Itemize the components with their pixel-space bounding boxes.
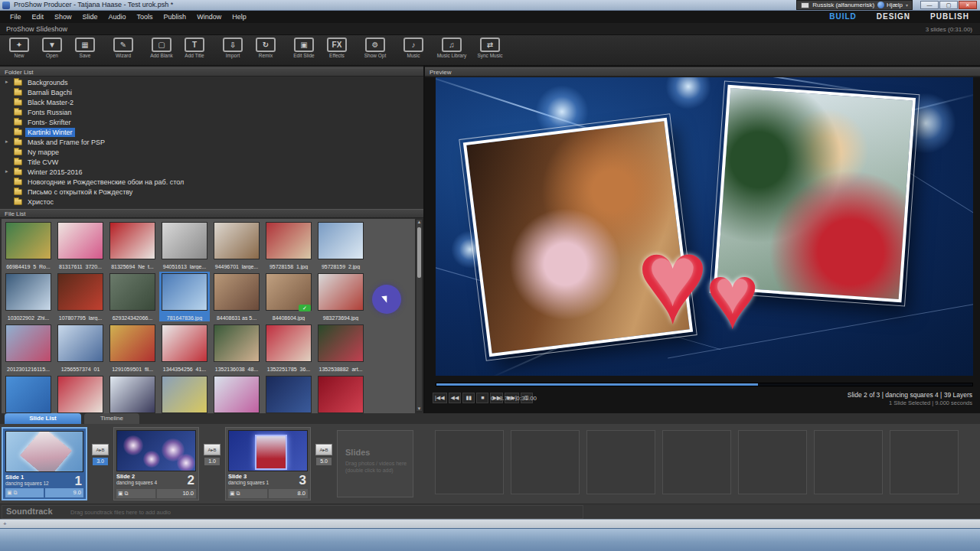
maximize-button[interactable]: ▢ <box>939 1 958 9</box>
folder-item[interactable]: Христос <box>0 197 423 207</box>
toolbar-remix-button[interactable]: ↻Remix <box>250 37 282 58</box>
file-thumbnail-cell[interactable] <box>55 374 106 413</box>
folder-item[interactable]: Fonts- Skrifter <box>0 117 423 127</box>
slide-card-3[interactable]: Slide 3dancing squares 13▣ ⧉8.0 <box>225 427 311 500</box>
transition-1[interactable]: A▸B3.0 <box>90 444 110 465</box>
transition-duration[interactable]: 1.0 <box>204 458 220 465</box>
empty-slide-slot[interactable] <box>662 430 731 494</box>
toolbar-wizard-button[interactable]: ✎Wizard <box>107 37 139 58</box>
scrollbar-thumb[interactable] <box>417 227 421 278</box>
file-thumbnail-cell[interactable] <box>211 374 262 413</box>
menu-item-tools[interactable]: Tools <box>132 11 158 23</box>
tab-slide-list[interactable]: Slide List <box>5 413 81 424</box>
mode-design[interactable]: DESIGN <box>877 11 910 23</box>
toolbar-music-button[interactable]: ♪Music <box>397 37 430 58</box>
file-thumbnail-cell[interactable]: 629324342066... <box>107 272 158 321</box>
folder-item[interactable]: ▸Mask and Frame for PSP <box>0 137 423 147</box>
mode-build[interactable]: BUILD <box>829 11 857 23</box>
language-bar[interactable]: Russisk (alfanumerisk) Hjælp ▾ <box>796 0 913 10</box>
folder-item[interactable]: Title CVW <box>0 157 423 167</box>
transition-3[interactable]: A▸B5.0 <box>314 444 334 465</box>
folder-item[interactable]: Fonts Russian <box>0 107 423 117</box>
file-thumbnail-cell[interactable]: 84408604.jpg✓ <box>263 272 314 321</box>
folder-item[interactable]: Письмо с открыткой к Рождеству <box>0 187 423 197</box>
menu-item-edit[interactable]: Edit <box>27 11 50 23</box>
jump-start-button[interactable]: |◀◀ <box>433 393 447 403</box>
menu-item-publish[interactable]: Publish <box>158 11 192 23</box>
folder-item[interactable]: Barnali Bagchi <box>0 87 423 97</box>
soundtrack-track-area[interactable] <box>0 519 980 528</box>
file-thumbnail-cell[interactable] <box>107 374 158 413</box>
close-button[interactable]: ✕ <box>959 1 977 9</box>
menu-item-help[interactable]: Help <box>227 11 252 23</box>
stop-button[interactable]: ■ <box>476 393 488 403</box>
file-thumbnail-cell[interactable]: 1352251785_36... <box>263 323 314 373</box>
file-thumbnail-cell[interactable]: 95728159_2.jpg <box>315 220 366 270</box>
menu-item-slide[interactable]: Slide <box>77 11 103 23</box>
scroll-up-icon[interactable]: ▲ <box>416 220 422 224</box>
folder-item[interactable]: Videos <box>0 207 423 207</box>
transition-icon[interactable]: A▸B <box>92 444 109 455</box>
toolbar-edit-slide-button[interactable]: ▣Edit Slide <box>288 37 320 58</box>
toolbar-show-opt-button[interactable]: ⚙Show Opt <box>359 37 391 58</box>
expand-arrow-icon[interactable]: ▸ <box>5 79 8 85</box>
file-thumbnail-cell[interactable]: 94496701_large... <box>211 220 262 270</box>
folder-item[interactable]: Новогодние и Рождественские обои на раб.… <box>0 177 423 187</box>
empty-slide-slot[interactable] <box>586 430 655 494</box>
file-thumbnail-cell[interactable]: 1344354256_41... <box>159 323 210 373</box>
tab-timeline[interactable]: Timeline <box>84 413 139 424</box>
folder-item[interactable]: Black Master-2 <box>0 97 423 107</box>
slide-duration[interactable]: 10.0 <box>157 489 196 498</box>
folder-item[interactable]: Ny mappe <box>0 147 423 157</box>
transition-duration[interactable]: 3.0 <box>93 458 108 465</box>
transition-icon[interactable]: A▸B <box>204 444 220 455</box>
file-thumbnail-cell[interactable]: 84408631 as 5... <box>211 272 262 321</box>
file-thumbnail-cell[interactable]: 1352538882_art... <box>315 323 366 373</box>
transition-duration[interactable]: 5.0 <box>316 458 332 465</box>
help-chip[interactable]: Hjælp <box>877 2 903 8</box>
soundtrack-add-icon[interactable]: + <box>3 520 7 527</box>
transition-icon[interactable]: A▸B <box>315 444 332 455</box>
file-thumbnail-cell[interactable] <box>315 374 366 413</box>
langbar-dropdown-icon[interactable]: ▾ <box>906 2 908 8</box>
empty-slides-placeholder[interactable]: SlidesDrag photos / videos here(double c… <box>337 430 413 497</box>
expand-arrow-icon[interactable]: ▸ <box>5 168 8 174</box>
empty-slide-slot[interactable] <box>890 430 959 494</box>
minimize-button[interactable]: — <box>920 1 939 9</box>
toolbar-import-button[interactable]: ⇩Import <box>217 37 249 58</box>
toolbar-new-button[interactable]: ✦New <box>3 37 35 58</box>
file-thumbnail-cell[interactable]: 95728158_1.jpg <box>263 220 314 270</box>
file-thumbnail-cell[interactable]: 81317611_3720... <box>55 220 106 270</box>
file-thumbnail-cell[interactable] <box>159 374 210 413</box>
file-thumbnail-cell[interactable]: 983273694.jpg <box>315 272 366 321</box>
menu-item-audio[interactable]: Audio <box>103 11 132 23</box>
slide-duration[interactable]: 9.0 <box>45 488 83 497</box>
file-list-scrollbar[interactable]: ▲ ▼ <box>416 219 423 412</box>
step-back-button[interactable]: ◀◀ <box>449 393 462 403</box>
menu-item-window[interactable]: Window <box>191 11 227 23</box>
file-thumbnail-cell[interactable]: 1291059501_fil... <box>107 323 158 373</box>
slide-card-1[interactable]: Slide 1dancing squares 121▣ ⧉9.0 <box>2 427 87 500</box>
toolbar-save-button[interactable]: ▦Save <box>69 37 101 58</box>
empty-slide-slot[interactable] <box>435 430 504 494</box>
menu-item-show[interactable]: Show <box>49 11 77 23</box>
folder-item[interactable]: ▸Winter 2015-2016 <box>0 167 423 177</box>
toolbar-add-title-button[interactable]: TAdd Title <box>178 37 211 58</box>
transition-2[interactable]: A▸B1.0 <box>202 444 222 465</box>
expand-arrow-icon[interactable]: ▸ <box>5 139 8 145</box>
toolbar-effects-button[interactable]: FXEffects <box>321 37 353 58</box>
file-thumbnail-cell[interactable] <box>3 374 54 413</box>
file-thumbnail-cell[interactable]: 107807795_larg... <box>55 272 106 321</box>
menu-item-file[interactable]: File <box>5 11 27 23</box>
file-thumbnail-cell[interactable]: 1256557374_01 <box>55 323 106 373</box>
pause-button[interactable]: ▮▮ <box>462 393 475 403</box>
file-thumbnail-cell[interactable]: 781647836.jpg <box>159 272 210 321</box>
toolbar-music-library-button[interactable]: ♫Music Library <box>436 37 468 58</box>
empty-slide-slot[interactable] <box>814 430 883 494</box>
file-thumbnail-cell[interactable]: 103022902_Zhi... <box>3 272 54 321</box>
folder-item[interactable]: ▸Backgrounds <box>0 77 423 87</box>
file-thumbnail-cell[interactable]: 1352136038_48... <box>211 323 262 373</box>
toolbar-add-blank-button[interactable]: ▢Add Blank <box>145 37 178 58</box>
playback-progress-bar[interactable] <box>436 383 973 386</box>
empty-slide-slot[interactable] <box>511 430 580 494</box>
